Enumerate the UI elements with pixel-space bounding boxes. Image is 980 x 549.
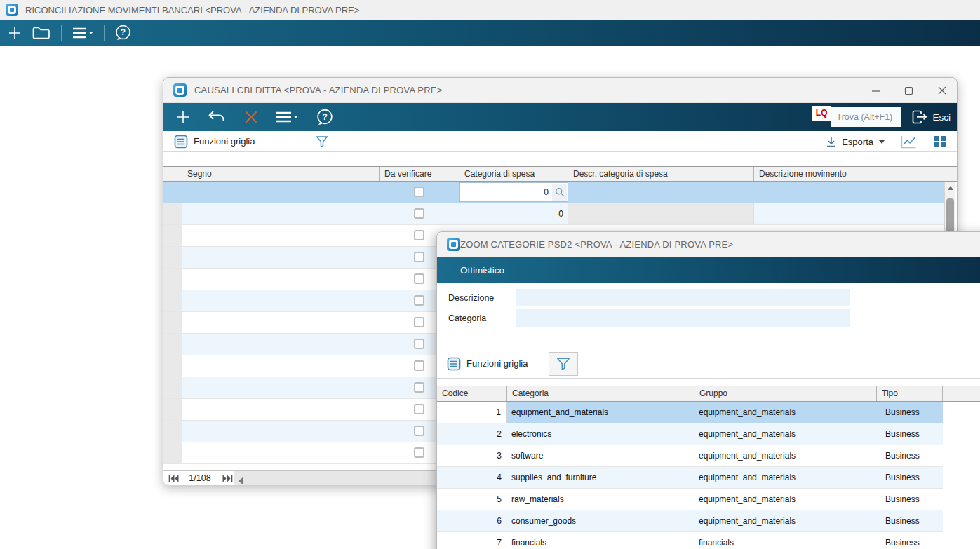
- causali-gridbar: Funzioni griglia Esporta: [163, 131, 957, 152]
- table-row[interactable]: 0: [163, 203, 944, 225]
- column-header-codice[interactable]: Codice: [437, 386, 507, 401]
- menu-button[interactable]: [275, 109, 299, 125]
- categoria-di-spesa-edit-cell[interactable]: 0: [459, 182, 568, 202]
- zoom-grid-rows: 1equipment_and_materialsequipment_and_ma…: [437, 402, 943, 549]
- esporta-button[interactable]: Esporta: [825, 135, 885, 148]
- new-button[interactable]: [7, 25, 22, 41]
- da-verificare-checkbox[interactable]: [414, 273, 424, 284]
- table-row[interactable]: 4supplies_and_furnitureequipment_and_mat…: [437, 467, 943, 489]
- da-verificare-checkbox[interactable]: [414, 252, 424, 262]
- row-indicator: [163, 421, 182, 442]
- add-row-button[interactable]: [175, 109, 192, 126]
- esporta-label: Esporta: [842, 137, 873, 147]
- cell-categoria: financials: [511, 538, 546, 548]
- scroll-up-button[interactable]: [945, 182, 955, 194]
- column-header-empty: [943, 386, 980, 401]
- causali-toolbar: ? LQ Esci: [163, 103, 957, 131]
- cell-tipo: Business: [885, 407, 920, 417]
- minimize-button[interactable]: [871, 86, 880, 95]
- column-header-tipo[interactable]: Tipo: [877, 386, 943, 401]
- table-row[interactable]: 6consumer_goodsequipment_and_materialsBu…: [437, 510, 943, 532]
- table-row[interactable]: 5raw_materialsequipment_and_materialsBus…: [437, 489, 943, 510]
- svg-text:?: ?: [322, 112, 328, 122]
- da-verificare-checkbox[interactable]: [414, 404, 424, 414]
- menu-button[interactable]: [72, 26, 94, 40]
- table-row[interactable]: 1equipment_and_materialsequipment_and_ma…: [437, 402, 943, 423]
- da-verificare-checkbox[interactable]: [414, 339, 424, 349]
- column-header-descr-categoria[interactable]: Descr. categoria di spesa: [568, 167, 754, 181]
- cell-codice: 7: [437, 532, 507, 549]
- da-verificare-checkbox[interactable]: [414, 230, 424, 240]
- table-row[interactable]: 7financialsfinancialsBusiness: [437, 532, 943, 549]
- column-header-categoria[interactable]: Categoria: [507, 386, 694, 401]
- da-verificare-checkbox[interactable]: [414, 317, 424, 327]
- zoom-gridbar: Funzioni griglia: [437, 349, 980, 379]
- table-row[interactable]: 2electronicsequipment_and_materialsBusin…: [437, 423, 943, 445]
- esci-button[interactable]: Esci: [911, 109, 951, 125]
- help-button[interactable]: ?: [316, 108, 334, 126]
- descrizione-field[interactable]: [516, 289, 850, 306]
- da-verificare-checkbox[interactable]: [414, 382, 424, 393]
- grid-functions-icon[interactable]: [447, 357, 461, 371]
- undo-button[interactable]: [207, 109, 226, 125]
- row-indicator: [163, 377, 182, 398]
- grid-functions-icon[interactable]: [174, 135, 188, 149]
- help-button[interactable]: ?: [114, 24, 132, 41]
- column-header-categoria-di-spesa[interactable]: Categoria di spesa: [459, 167, 568, 181]
- last-page-button[interactable]: [222, 475, 233, 482]
- app-logo-icon: [173, 83, 187, 97]
- funzioni-griglia-label: Funzioni griglia: [466, 358, 528, 369]
- da-verificare-checkbox[interactable]: [414, 426, 424, 436]
- column-header-da-verificare[interactable]: Da verificare: [380, 167, 459, 181]
- da-verificare-checkbox[interactable]: [414, 447, 424, 458]
- causali-grid-header: Segno Da verificare Categoria di spesa D…: [163, 166, 957, 182]
- zoom-grid-header: Codice Categoria Gruppo Tipo: [437, 386, 980, 402]
- da-verificare-checkbox[interactable]: [414, 295, 424, 306]
- da-verificare-checkbox[interactable]: [414, 208, 424, 219]
- da-verificare-checkbox[interactable]: [414, 187, 424, 197]
- lookup-magnifier-icon[interactable]: [552, 184, 567, 201]
- row-indicator: [163, 225, 182, 246]
- row-indicator: [163, 355, 182, 377]
- funzioni-griglia-label: Funzioni griglia: [194, 136, 255, 147]
- cell-categoria: raw_materials: [511, 494, 564, 504]
- lq-badge: LQ: [812, 106, 831, 121]
- row-indicator: [163, 182, 182, 203]
- cell-codice: 2: [437, 423, 507, 445]
- column-header-gruppo[interactable]: Gruppo: [694, 386, 877, 401]
- chart-icon[interactable]: [900, 135, 918, 149]
- cell-tipo: Business: [885, 494, 920, 504]
- main-window-title: RICONCILIAZIONE MOVIMENTI BANCARI <PROVA…: [25, 5, 359, 15]
- causali-titlebar[interactable]: CAUSALI CBI DITTA <PROVA - AZIENDA DI PR…: [163, 78, 957, 103]
- column-header-segno[interactable]: Segno: [182, 167, 380, 181]
- cell-gruppo: equipment_and_materials: [699, 451, 796, 461]
- first-page-button[interactable]: [168, 475, 179, 482]
- close-button[interactable]: [937, 86, 947, 95]
- maximize-button[interactable]: [904, 86, 913, 95]
- zoom-titlebar[interactable]: ZOOM CATEGORIE PSD2 <PROVA - AZIENDA DI …: [437, 232, 980, 257]
- descrizione-label: Descrizione: [448, 293, 494, 303]
- cell-categoria: software: [511, 451, 543, 461]
- open-folder-button[interactable]: [32, 26, 51, 40]
- categoria-di-spesa-value: 0: [544, 187, 549, 197]
- cell-tipo: Business: [885, 451, 920, 461]
- causali-window-title: CAUSALI CBI DITTA <PROVA - AZIENDA DI PR…: [194, 85, 442, 95]
- table-row[interactable]: 0: [163, 182, 944, 203]
- screen: RICONCILIAZIONE MOVIMENTI BANCARI <PROVA…: [0, 0, 980, 549]
- row-indicator: [163, 312, 182, 333]
- column-header-descrizione-movimento[interactable]: Descrizione movimento: [754, 167, 944, 181]
- categoria-field[interactable]: [516, 309, 850, 327]
- tab-label: Ottimistico: [460, 265, 504, 276]
- filter-icon[interactable]: [315, 135, 329, 149]
- cell-tipo: Business: [885, 429, 920, 439]
- ottimistico-tab[interactable]: Ottimistico: [437, 257, 980, 283]
- page-indicator: 1/108: [182, 473, 218, 483]
- da-verificare-checkbox[interactable]: [414, 360, 424, 371]
- scroll-left-button[interactable]: [238, 475, 243, 487]
- delete-button[interactable]: [244, 110, 258, 124]
- cell-codice: 6: [437, 510, 507, 531]
- filter-button[interactable]: [549, 352, 578, 376]
- table-row[interactable]: 3softwareequipment_and_materialsBusiness: [437, 445, 943, 467]
- grid-view-icon[interactable]: [933, 135, 947, 148]
- search-input[interactable]: [831, 107, 901, 127]
